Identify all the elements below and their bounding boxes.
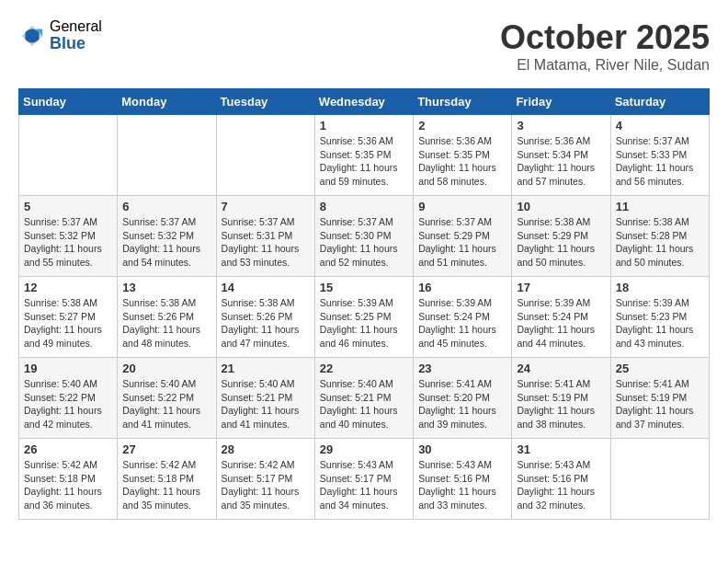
calendar-cell: 8Sunrise: 5:37 AMSunset: 5:30 PMDaylight… (314, 196, 413, 277)
day-number: 7 (222, 200, 310, 213)
day-number: 18 (616, 281, 704, 294)
day-number: 14 (222, 281, 310, 294)
day-info: Sunrise: 5:40 AMSunset: 5:21 PMDaylight:… (222, 377, 310, 431)
calendar-cell: 17Sunrise: 5:39 AMSunset: 5:24 PMDayligh… (512, 277, 610, 358)
day-number: 28 (222, 442, 310, 456)
day-number: 9 (418, 200, 506, 213)
calendar-cell: 30Sunrise: 5:43 AMSunset: 5:16 PMDayligh… (414, 439, 512, 520)
calendar-cell: 14Sunrise: 5:38 AMSunset: 5:26 PMDayligh… (216, 277, 314, 358)
day-info: Sunrise: 5:43 AMSunset: 5:17 PMDaylight:… (320, 458, 408, 512)
calendar-cell: 11Sunrise: 5:38 AMSunset: 5:28 PMDayligh… (610, 196, 709, 277)
calendar-header-row: SundayMondayTuesdayWednesdayThursdayFrid… (19, 89, 710, 115)
logo: General Blue (18, 18, 102, 52)
calendar-cell: 15Sunrise: 5:39 AMSunset: 5:25 PMDayligh… (314, 277, 413, 358)
day-number: 24 (517, 362, 605, 375)
day-number: 2 (418, 119, 506, 132)
day-info: Sunrise: 5:39 AMSunset: 5:24 PMDaylight:… (418, 296, 506, 350)
day-info: Sunrise: 5:38 AMSunset: 5:27 PMDaylight:… (24, 296, 112, 350)
calendar-week-row: 1Sunrise: 5:36 AMSunset: 5:35 PMDaylight… (19, 115, 710, 196)
day-number: 19 (24, 362, 112, 375)
day-info: Sunrise: 5:39 AMSunset: 5:23 PMDaylight:… (616, 296, 704, 350)
calendar-week-row: 19Sunrise: 5:40 AMSunset: 5:22 PMDayligh… (19, 358, 710, 439)
page-header: General Blue October 2025 El Matama, Riv… (18, 18, 710, 74)
day-number: 20 (122, 362, 210, 375)
weekday-header-monday: Monday (118, 89, 216, 115)
day-number: 15 (320, 281, 408, 294)
day-info: Sunrise: 5:40 AMSunset: 5:22 PMDaylight:… (24, 377, 112, 431)
day-info: Sunrise: 5:42 AMSunset: 5:17 PMDaylight:… (222, 458, 310, 512)
calendar-cell: 2Sunrise: 5:36 AMSunset: 5:35 PMDaylight… (414, 115, 512, 196)
day-number: 16 (418, 281, 506, 294)
month-title: October 2025 (500, 18, 710, 57)
day-number: 6 (122, 200, 210, 213)
day-number: 29 (320, 442, 408, 456)
day-number: 26 (24, 442, 112, 456)
day-number: 30 (418, 442, 506, 456)
day-number: 31 (517, 442, 605, 456)
weekday-header-sunday: Sunday (19, 89, 118, 115)
calendar-cell: 4Sunrise: 5:37 AMSunset: 5:33 PMDaylight… (610, 115, 709, 196)
calendar-cell (216, 115, 314, 196)
calendar-cell: 23Sunrise: 5:41 AMSunset: 5:20 PMDayligh… (414, 358, 512, 439)
logo-text: General Blue (50, 18, 102, 52)
day-number: 4 (616, 119, 704, 132)
calendar-cell: 21Sunrise: 5:40 AMSunset: 5:21 PMDayligh… (216, 358, 314, 439)
day-info: Sunrise: 5:40 AMSunset: 5:21 PMDaylight:… (320, 377, 408, 431)
day-info: Sunrise: 5:41 AMSunset: 5:19 PMDaylight:… (517, 377, 605, 431)
calendar-week-row: 12Sunrise: 5:38 AMSunset: 5:27 PMDayligh… (19, 277, 710, 358)
calendar-cell: 26Sunrise: 5:42 AMSunset: 5:18 PMDayligh… (19, 439, 118, 520)
day-info: Sunrise: 5:36 AMSunset: 5:35 PMDaylight:… (320, 134, 408, 189)
calendar-week-row: 5Sunrise: 5:37 AMSunset: 5:32 PMDaylight… (19, 196, 710, 277)
calendar-cell: 12Sunrise: 5:38 AMSunset: 5:27 PMDayligh… (19, 277, 118, 358)
weekday-header-thursday: Thursday (414, 89, 512, 115)
day-number: 27 (122, 442, 210, 456)
calendar-cell (610, 439, 709, 520)
day-info: Sunrise: 5:37 AMSunset: 5:32 PMDaylight:… (122, 215, 210, 270)
calendar-cell: 3Sunrise: 5:36 AMSunset: 5:34 PMDaylight… (512, 115, 610, 196)
day-number: 25 (616, 362, 704, 375)
day-info: Sunrise: 5:43 AMSunset: 5:16 PMDaylight:… (517, 458, 605, 512)
day-number: 8 (320, 200, 408, 213)
calendar-cell: 18Sunrise: 5:39 AMSunset: 5:23 PMDayligh… (610, 277, 709, 358)
calendar-table: SundayMondayTuesdayWednesdayThursdayFrid… (18, 88, 710, 520)
weekday-header-saturday: Saturday (610, 89, 709, 115)
weekday-header-friday: Friday (512, 89, 610, 115)
day-number: 12 (24, 281, 112, 294)
day-info: Sunrise: 5:38 AMSunset: 5:28 PMDaylight:… (616, 215, 704, 270)
calendar-cell: 10Sunrise: 5:38 AMSunset: 5:29 PMDayligh… (512, 196, 610, 277)
day-info: Sunrise: 5:43 AMSunset: 5:16 PMDaylight:… (418, 458, 506, 512)
day-number: 21 (222, 362, 310, 375)
day-info: Sunrise: 5:36 AMSunset: 5:35 PMDaylight:… (418, 134, 506, 189)
day-info: Sunrise: 5:42 AMSunset: 5:18 PMDaylight:… (24, 458, 112, 512)
weekday-header-tuesday: Tuesday (216, 89, 314, 115)
logo-icon (18, 22, 46, 50)
day-number: 10 (517, 200, 605, 213)
calendar-cell: 7Sunrise: 5:37 AMSunset: 5:31 PMDaylight… (216, 196, 314, 277)
day-info: Sunrise: 5:41 AMSunset: 5:19 PMDaylight:… (616, 377, 704, 431)
calendar-week-row: 26Sunrise: 5:42 AMSunset: 5:18 PMDayligh… (19, 439, 710, 520)
calendar-cell: 24Sunrise: 5:41 AMSunset: 5:19 PMDayligh… (512, 358, 610, 439)
day-number: 1 (320, 119, 408, 132)
logo-general: General (50, 18, 102, 35)
day-info: Sunrise: 5:38 AMSunset: 5:26 PMDaylight:… (222, 296, 310, 350)
day-number: 23 (418, 362, 506, 375)
day-info: Sunrise: 5:37 AMSunset: 5:30 PMDaylight:… (320, 215, 408, 270)
location-title: El Matama, River Nile, Sudan (500, 57, 710, 74)
calendar-cell: 28Sunrise: 5:42 AMSunset: 5:17 PMDayligh… (216, 439, 314, 520)
calendar-cell: 16Sunrise: 5:39 AMSunset: 5:24 PMDayligh… (414, 277, 512, 358)
day-info: Sunrise: 5:38 AMSunset: 5:26 PMDaylight:… (122, 296, 210, 350)
calendar-cell: 1Sunrise: 5:36 AMSunset: 5:35 PMDaylight… (314, 115, 413, 196)
day-number: 17 (517, 281, 605, 294)
day-info: Sunrise: 5:37 AMSunset: 5:32 PMDaylight:… (24, 215, 112, 270)
day-info: Sunrise: 5:42 AMSunset: 5:18 PMDaylight:… (122, 458, 210, 512)
day-info: Sunrise: 5:38 AMSunset: 5:29 PMDaylight:… (517, 215, 605, 270)
day-info: Sunrise: 5:36 AMSunset: 5:34 PMDaylight:… (517, 134, 605, 189)
calendar-cell: 6Sunrise: 5:37 AMSunset: 5:32 PMDaylight… (118, 196, 216, 277)
calendar-cell: 25Sunrise: 5:41 AMSunset: 5:19 PMDayligh… (610, 358, 709, 439)
calendar-cell: 5Sunrise: 5:37 AMSunset: 5:32 PMDaylight… (19, 196, 118, 277)
day-number: 3 (517, 119, 605, 132)
day-info: Sunrise: 5:41 AMSunset: 5:20 PMDaylight:… (418, 377, 506, 431)
calendar-cell (118, 115, 216, 196)
day-number: 11 (616, 200, 704, 213)
calendar-cell: 29Sunrise: 5:43 AMSunset: 5:17 PMDayligh… (314, 439, 413, 520)
